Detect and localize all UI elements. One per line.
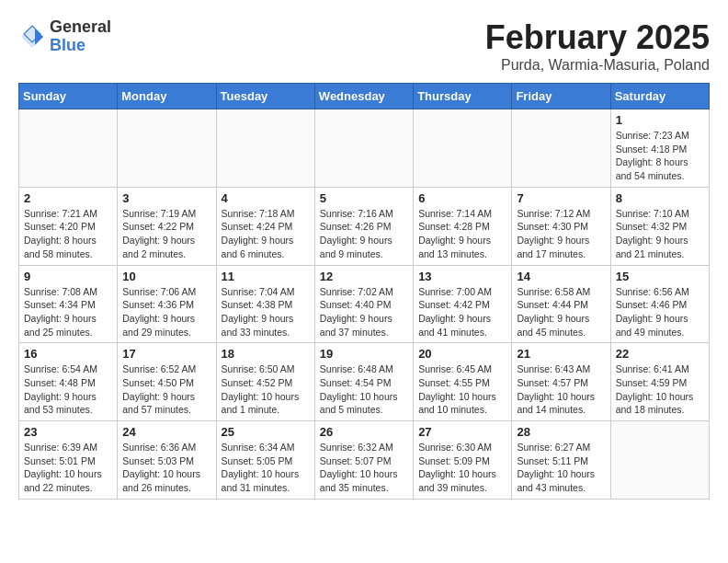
day-number: 9 [24,270,112,283]
calendar-week-row: 16Sunrise: 6:54 AM Sunset: 4:48 PM Dayli… [19,343,710,421]
weekday-header: Thursday [414,84,512,109]
day-info: Sunrise: 6:32 AM Sunset: 5:07 PM Dayligh… [320,441,408,495]
calendar-cell: 17Sunrise: 6:52 AM Sunset: 4:50 PM Dayli… [118,343,216,421]
calendar-table: SundayMondayTuesdayWednesdayThursdayFrid… [18,83,710,500]
day-info: Sunrise: 7:19 AM Sunset: 4:22 PM Dayligh… [122,207,210,261]
calendar-cell: 20Sunrise: 6:45 AM Sunset: 4:55 PM Dayli… [414,343,512,421]
day-info: Sunrise: 6:52 AM Sunset: 4:50 PM Dayligh… [122,362,210,417]
day-info: Sunrise: 7:21 AM Sunset: 4:20 PM Dayligh… [24,207,112,261]
calendar-cell: 9Sunrise: 7:08 AM Sunset: 4:34 PM Daylig… [19,265,118,343]
day-info: Sunrise: 7:04 AM Sunset: 4:38 PM Dayligh… [222,285,310,339]
calendar-cell [19,109,118,188]
logo-general-text: General [50,17,111,36]
calendar-cell: 7Sunrise: 7:12 AM Sunset: 4:30 PM Daylig… [512,187,610,265]
calendar-cell: 14Sunrise: 6:58 AM Sunset: 4:44 PM Dayli… [512,265,610,343]
calendar-week-row: 1Sunrise: 7:23 AM Sunset: 4:18 PM Daylig… [19,109,710,188]
day-number: 20 [418,347,506,361]
calendar-cell: 16Sunrise: 6:54 AM Sunset: 4:48 PM Dayli… [19,343,118,421]
calendar-cell: 22Sunrise: 6:41 AM Sunset: 4:59 PM Dayli… [610,343,709,421]
weekday-header: Monday [118,84,216,109]
day-info: Sunrise: 6:58 AM Sunset: 4:44 PM Dayligh… [517,285,605,339]
day-info: Sunrise: 6:45 AM Sunset: 4:55 PM Dayligh… [418,362,506,417]
calendar-cell: 23Sunrise: 6:39 AM Sunset: 5:01 PM Dayli… [19,421,118,500]
day-number: 21 [517,347,605,361]
day-number: 11 [222,270,310,283]
day-info: Sunrise: 6:30 AM Sunset: 5:09 PM Dayligh… [418,441,506,495]
day-info: Sunrise: 7:02 AM Sunset: 4:40 PM Dayligh… [320,285,408,339]
day-number: 26 [320,425,408,439]
logo-icon [18,23,46,51]
calendar-cell: 15Sunrise: 6:56 AM Sunset: 4:46 PM Dayli… [610,265,709,343]
day-number: 25 [222,425,310,439]
day-info: Sunrise: 6:54 AM Sunset: 4:48 PM Dayligh… [24,362,112,417]
day-number: 19 [320,347,408,361]
day-info: Sunrise: 6:41 AM Sunset: 4:59 PM Dayligh… [616,362,704,417]
calendar-cell [512,109,610,188]
day-info: Sunrise: 7:14 AM Sunset: 4:28 PM Dayligh… [418,207,506,261]
calendar-cell: 2Sunrise: 7:21 AM Sunset: 4:20 PM Daylig… [19,187,118,265]
weekday-header: Friday [512,84,610,109]
day-number: 18 [222,347,310,361]
calendar-cell: 25Sunrise: 6:34 AM Sunset: 5:05 PM Dayli… [216,421,314,500]
day-number: 3 [122,191,210,205]
day-number: 24 [122,425,210,439]
calendar-cell: 11Sunrise: 7:04 AM Sunset: 4:38 PM Dayli… [216,265,314,343]
day-info: Sunrise: 6:39 AM Sunset: 5:01 PM Dayligh… [24,441,112,495]
calendar-week-row: 23Sunrise: 6:39 AM Sunset: 5:01 PM Dayli… [19,421,710,500]
day-info: Sunrise: 6:50 AM Sunset: 4:52 PM Dayligh… [222,362,310,417]
calendar-cell: 21Sunrise: 6:43 AM Sunset: 4:57 PM Dayli… [512,343,610,421]
day-info: Sunrise: 7:18 AM Sunset: 4:24 PM Dayligh… [222,207,310,261]
calendar-cell: 26Sunrise: 6:32 AM Sunset: 5:07 PM Dayli… [314,421,413,500]
logo-blue-text: Blue [50,36,85,54]
day-number: 12 [320,270,408,283]
day-number: 28 [517,425,605,439]
day-info: Sunrise: 6:56 AM Sunset: 4:46 PM Dayligh… [616,285,704,339]
calendar-cell: 27Sunrise: 6:30 AM Sunset: 5:09 PM Dayli… [414,421,512,500]
day-number: 5 [320,191,408,205]
day-number: 8 [616,191,704,205]
calendar-cell [118,109,216,188]
title-block: February 2025 Purda, Warmia-Masuria, Pol… [485,18,710,74]
weekday-header: Sunday [19,84,118,109]
day-number: 22 [616,347,704,361]
day-info: Sunrise: 7:12 AM Sunset: 4:30 PM Dayligh… [517,207,605,261]
day-info: Sunrise: 6:27 AM Sunset: 5:11 PM Dayligh… [517,441,605,495]
day-number: 4 [222,191,310,205]
day-number: 10 [122,270,210,283]
location-text: Purda, Warmia-Masuria, Poland [485,57,710,74]
day-number: 17 [122,347,210,361]
calendar-week-row: 2Sunrise: 7:21 AM Sunset: 4:20 PM Daylig… [19,187,710,265]
calendar-cell: 13Sunrise: 7:00 AM Sunset: 4:42 PM Dayli… [414,265,512,343]
day-info: Sunrise: 7:06 AM Sunset: 4:36 PM Dayligh… [122,285,210,339]
calendar-cell [610,421,709,500]
month-title: February 2025 [485,18,710,57]
weekday-header: Wednesday [314,84,413,109]
calendar-cell: 12Sunrise: 7:02 AM Sunset: 4:40 PM Dayli… [314,265,413,343]
calendar-cell [216,109,314,188]
day-number: 1 [616,113,704,127]
day-info: Sunrise: 7:23 AM Sunset: 4:18 PM Dayligh… [616,129,704,183]
calendar-week-row: 9Sunrise: 7:08 AM Sunset: 4:34 PM Daylig… [19,265,710,343]
day-number: 15 [616,270,704,283]
day-info: Sunrise: 6:48 AM Sunset: 4:54 PM Dayligh… [320,362,408,417]
weekday-header: Saturday [610,84,709,109]
calendar-cell: 24Sunrise: 6:36 AM Sunset: 5:03 PM Dayli… [118,421,216,500]
day-info: Sunrise: 6:36 AM Sunset: 5:03 PM Dayligh… [122,441,210,495]
calendar-cell [414,109,512,188]
logo: General Blue [18,18,111,55]
day-info: Sunrise: 7:16 AM Sunset: 4:26 PM Dayligh… [320,207,408,261]
calendar-cell: 28Sunrise: 6:27 AM Sunset: 5:11 PM Dayli… [512,421,610,500]
day-number: 6 [418,191,506,205]
day-info: Sunrise: 6:43 AM Sunset: 4:57 PM Dayligh… [517,362,605,417]
weekday-header-row: SundayMondayTuesdayWednesdayThursdayFrid… [19,84,710,109]
day-number: 13 [418,270,506,283]
calendar-cell: 6Sunrise: 7:14 AM Sunset: 4:28 PM Daylig… [414,187,512,265]
calendar-cell: 3Sunrise: 7:19 AM Sunset: 4:22 PM Daylig… [118,187,216,265]
day-number: 23 [24,425,112,439]
calendar-cell: 8Sunrise: 7:10 AM Sunset: 4:32 PM Daylig… [610,187,709,265]
day-info: Sunrise: 7:08 AM Sunset: 4:34 PM Dayligh… [24,285,112,339]
day-info: Sunrise: 6:34 AM Sunset: 5:05 PM Dayligh… [222,441,310,495]
day-number: 2 [24,191,112,205]
calendar-cell: 19Sunrise: 6:48 AM Sunset: 4:54 PM Dayli… [314,343,413,421]
weekday-header: Tuesday [216,84,314,109]
